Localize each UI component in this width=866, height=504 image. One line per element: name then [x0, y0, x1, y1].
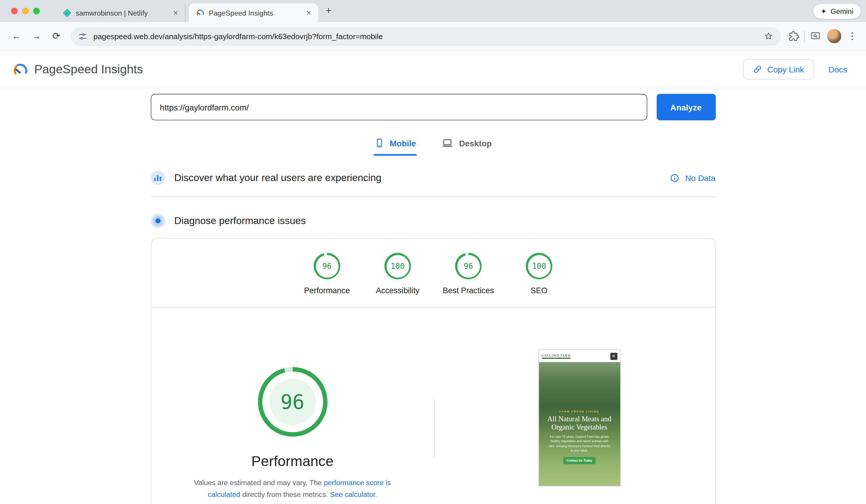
profile-avatar[interactable]	[827, 29, 842, 44]
bookmark-star-icon[interactable]	[764, 32, 773, 41]
disclaimer-text: directly from these metrics.	[240, 490, 330, 499]
docs-link[interactable]: Docs	[828, 65, 847, 74]
field-data-section: Discover what your real users are experi…	[151, 170, 715, 185]
netlify-favicon-icon	[63, 9, 71, 17]
section-divider	[151, 197, 715, 197]
new-tab-button[interactable]: +	[321, 4, 336, 18]
tab-strip: samwrobinson | Netlify × PageSpeed Insig…	[0, 0, 866, 22]
window-controls	[11, 8, 40, 14]
real-users-chart-icon	[151, 170, 165, 185]
score-label: Performance	[304, 286, 350, 295]
desktop-laptop-icon	[441, 137, 453, 149]
hamburger-menu-icon: ≡	[610, 352, 617, 359]
address-bar[interactable]: pagespeed.web.dev/analysis/https-gaylord…	[71, 27, 781, 46]
site-eyebrow: FARM FRESH LIVING	[539, 410, 620, 413]
score-disclaimer: Values are estimated and may vary. The p…	[184, 477, 401, 500]
tab-mobile-label: Mobile	[390, 138, 416, 148]
browser-window: samwrobinson | Netlify × PageSpeed Insig…	[0, 0, 866, 504]
close-window-button[interactable]	[11, 8, 18, 14]
app-header: PageSpeed Insights Copy Link Docs	[0, 51, 866, 89]
score-ring: 96	[455, 253, 481, 279]
link-icon	[753, 65, 762, 74]
score-accessibility[interactable]: 100Accessibility	[362, 253, 433, 295]
forward-button[interactable]: →	[28, 28, 45, 44]
performance-title: Performance	[251, 453, 333, 470]
copy-link-button[interactable]: Copy Link	[743, 59, 814, 79]
performance-detail-area: 96 Performance Values are estimated and …	[151, 307, 715, 504]
score-label: Accessibility	[376, 286, 420, 295]
gemini-label: Gemini	[831, 7, 853, 15]
lab-data-section: Diagnose performance issues	[151, 214, 715, 228]
back-button[interactable]: ←	[8, 28, 25, 44]
site-settings-icon[interactable]	[78, 32, 87, 41]
tab-mobile[interactable]: Mobile	[374, 137, 416, 156]
gemini-button[interactable]: ✦ Gemini	[813, 4, 861, 19]
analyze-button[interactable]: Analyze	[656, 94, 715, 120]
info-icon	[670, 173, 679, 182]
field-data-title: Discover what your real users are experi…	[174, 172, 381, 183]
tab-netlify[interactable]: samwrobinson | Netlify ×	[56, 3, 186, 22]
score-label: SEO	[531, 286, 547, 295]
extensions-icon[interactable]	[785, 28, 802, 44]
diagnose-target-icon	[151, 214, 165, 228]
site-body-text: For over 75 years, Gaylord Farm has grow…	[539, 434, 620, 453]
score-seo[interactable]: 100SEO	[504, 253, 574, 295]
toolbar-divider	[804, 31, 805, 42]
site-cta-button: Contact Us Today	[564, 457, 596, 464]
analyze-url-input[interactable]	[151, 94, 647, 120]
minimize-window-button[interactable]	[22, 8, 29, 14]
copy-link-label: Copy Link	[767, 65, 804, 74]
tab-desktop-label: Desktop	[459, 138, 492, 148]
tab-title: PageSpeed Insights	[209, 9, 300, 17]
form-factor-tabs: Mobile Desktop	[151, 137, 715, 156]
tab-pagespeed-insights[interactable]: PageSpeed Insights ×	[189, 3, 318, 22]
lighthouse-report-card: 96Performance100Accessibility96Best Prac…	[151, 238, 715, 504]
score-best-practices[interactable]: 96Best Practices	[433, 253, 504, 295]
category-scores-row: 96Performance100Accessibility96Best Prac…	[151, 238, 715, 295]
score-ring: 96	[314, 253, 340, 279]
site-hero-image: FARM FRESH LIVING All Natural Meats and …	[539, 362, 620, 486]
site-screenshot-thumbnail: GAYLORD FARM ≡ FARM FRESH LIVING All Nat…	[538, 349, 620, 486]
mobile-phone-icon	[374, 138, 385, 148]
reload-button[interactable]: ⟳	[48, 28, 65, 44]
score-performance[interactable]: 96Performance	[292, 253, 362, 295]
performance-score-gauge: 96	[258, 367, 327, 437]
no-data-label: No Data	[685, 173, 715, 182]
browser-menu-icon[interactable]: ⋮	[845, 30, 859, 42]
tab-title: samwrobinson | Netlify	[76, 9, 166, 17]
disclaimer-text: Values are estimated and may vary. The	[194, 479, 324, 487]
maximize-window-button[interactable]	[33, 8, 40, 14]
gemini-spark-icon: ✦	[821, 7, 826, 15]
page-title: PageSpeed Insights	[34, 62, 143, 77]
close-tab-icon[interactable]: ×	[304, 8, 314, 18]
pagespeed-logo-icon	[11, 61, 28, 77]
score-ring: 100	[526, 253, 552, 279]
pagespeed-favicon-icon	[196, 8, 204, 17]
site-logo: GAYLORD FARM	[541, 354, 570, 359]
site-heading: All Natural Meats and Organic Vegetables	[539, 415, 620, 431]
lab-data-title: Diagnose performance issues	[174, 215, 306, 226]
browser-toolbar: ← → ⟳ pagespeed.web.dev/analysis/https-g…	[0, 22, 866, 51]
no-data-link[interactable]: No Data	[670, 173, 715, 182]
close-tab-icon[interactable]: ×	[170, 8, 180, 18]
vertical-divider	[434, 399, 434, 458]
see-calculator-link[interactable]: See calculator.	[330, 490, 377, 499]
url-text: pagespeed.web.dev/analysis/https-gaylord…	[93, 32, 758, 41]
score-label: Best Practices	[443, 286, 494, 295]
page-search-icon[interactable]	[807, 28, 823, 44]
main-content: Analyze Mobile Desktop Di	[151, 94, 715, 504]
performance-score-value: 96	[280, 391, 304, 413]
score-ring: 100	[385, 253, 411, 279]
tab-desktop[interactable]: Desktop	[441, 137, 492, 156]
